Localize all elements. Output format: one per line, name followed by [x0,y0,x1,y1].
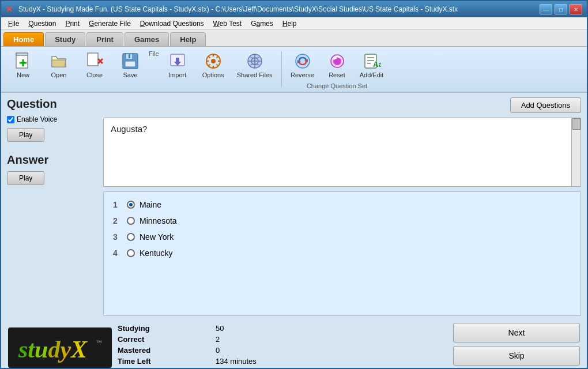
question-play-button[interactable]: Play [7,128,44,142]
change-question-set-label: Change Question Set [307,82,367,89]
question-label: Question [7,97,96,111]
answer-section: Answer Play [7,153,96,185]
toolbar: New Open [1,47,587,93]
tab-help[interactable]: Help [170,32,206,46]
tab-bar: Home Study Print Games Help [1,30,587,47]
new-icon [14,52,32,70]
answer-option-2[interactable]: 2 Minnesota [111,213,574,229]
toolbar-import-button[interactable]: Import [160,49,195,81]
mastered-label: Mastered [118,346,169,355]
time-left-value: 134 minutes [216,357,257,366]
options-icon [204,52,223,70]
studying-label: Studying [118,324,169,333]
menu-web-test[interactable]: Web Test [209,18,247,29]
answer-radio-1[interactable] [127,201,135,209]
answer-option-1[interactable]: 1 Maine [111,197,574,213]
toolbar-reset-button[interactable]: Reset [320,49,355,81]
left-panel: Question Enable Voice Play Answer Play [7,97,96,316]
next-button[interactable]: Next [453,323,580,342]
import-label: Import [168,71,186,78]
add-questions-button[interactable]: Add Questions [510,97,581,113]
answers-panel: 1 Maine 2 Minnesota 3 New York [103,191,581,316]
answer-text-3: New York [140,232,174,242]
toolbar-addedit-button[interactable]: Aa Add/Edit [355,49,389,81]
answer-radio-4[interactable] [127,249,135,257]
tab-home[interactable]: Home [3,32,44,46]
skip-button[interactable]: Skip [453,346,580,366]
toolbar-shared-files-button[interactable]: Shared Files [232,49,278,81]
menu-bar: File Question Print Generate File Downlo… [1,17,587,30]
menu-generate-file[interactable]: Generate File [84,18,135,29]
save-icon [121,52,140,70]
answer-option-3[interactable]: 3 New York [111,229,574,245]
window-controls: — □ ✕ [540,4,582,14]
tab-study[interactable]: Study [45,32,85,46]
svg-line-21 [216,57,218,58]
svg-text:studyX: studyX [18,336,88,363]
app-icon: ✕ [6,5,15,14]
menu-file[interactable]: File [3,18,24,29]
stat-time-left: Time Left 134 minutes [118,357,257,366]
toolbar-save-button[interactable]: Save [113,49,148,81]
svg-line-19 [208,57,210,58]
window-title: StudyX - Studying Made Fun. (US State Ca… [18,5,540,13]
answer-text-4: Kentucky [140,248,173,258]
new-label: New [17,71,29,78]
answer-num-2: 2 [113,216,122,225]
file-group-label: File [149,50,159,57]
answer-text-2: Minnesota [140,216,177,225]
addedit-label: Add/Edit [360,71,384,78]
action-buttons: Next Skip [453,323,580,368]
maximize-button[interactable]: □ [555,4,567,14]
toolbar-reverse-button[interactable]: Reverse [285,49,320,81]
answer-num-3: 3 [113,232,122,242]
toolbar-options-button[interactable]: Options [196,49,231,81]
close-button[interactable]: ✕ [570,4,582,14]
svg-rect-10 [129,54,130,58]
answer-radio-3[interactable] [127,233,135,241]
svg-text:Aa: Aa [373,60,381,69]
svg-line-20 [216,65,218,66]
answer-play-button[interactable]: Play [7,171,44,185]
question-section: Question Enable Voice Play [7,97,96,142]
mastered-value: 0 [216,346,220,355]
answer-option-4[interactable]: 4 Kentucky [111,245,574,261]
add-questions-bar: Add Questions [103,97,581,113]
open-label: Open [51,71,67,78]
tab-print[interactable]: Print [86,32,123,46]
shared-files-icon [246,52,264,70]
menu-download-questions[interactable]: Download Questions [135,18,209,29]
stat-mastered: Mastered 0 [118,346,257,355]
stats-area: Studying 50 Correct 2 Mastered 0 Time Le… [118,322,447,368]
import-icon [168,52,187,70]
svg-rect-9 [125,61,135,67]
question-scrollbar[interactable] [571,118,581,186]
svg-rect-4 [88,53,98,66]
open-icon [50,52,68,70]
close-label: Close [86,71,103,78]
answer-num-1: 1 [113,200,122,209]
toolbar-open-button[interactable]: Open [42,49,76,81]
right-panel: Add Questions Augusta? 1 Maine 2 [103,97,581,316]
menu-question[interactable]: Question [24,18,61,29]
menu-games[interactable]: Games [246,18,278,29]
title-bar: ✕ StudyX - Studying Made Fun. (US State … [1,1,587,17]
question-text: Augusta? [111,124,147,134]
enable-voice-checkbox[interactable] [7,116,14,123]
menu-help[interactable]: Help [278,18,301,29]
answer-label: Answer [7,153,96,167]
logo-area: studyX ™ [8,327,112,368]
menu-print[interactable]: Print [61,18,84,29]
addedit-icon: Aa [363,52,381,70]
correct-value: 2 [216,335,220,344]
minimize-button[interactable]: — [540,4,552,14]
reset-icon [328,52,346,70]
tab-games[interactable]: Games [125,32,169,46]
reset-label: Reset [329,71,345,78]
question-display: Augusta? [103,118,581,187]
toolbar-close-button[interactable]: Close [77,49,112,81]
toolbar-new-button[interactable]: New [6,49,40,81]
answer-radio-2[interactable] [127,217,135,225]
stat-studying: Studying 50 [118,324,257,333]
svg-rect-1 [16,53,28,55]
